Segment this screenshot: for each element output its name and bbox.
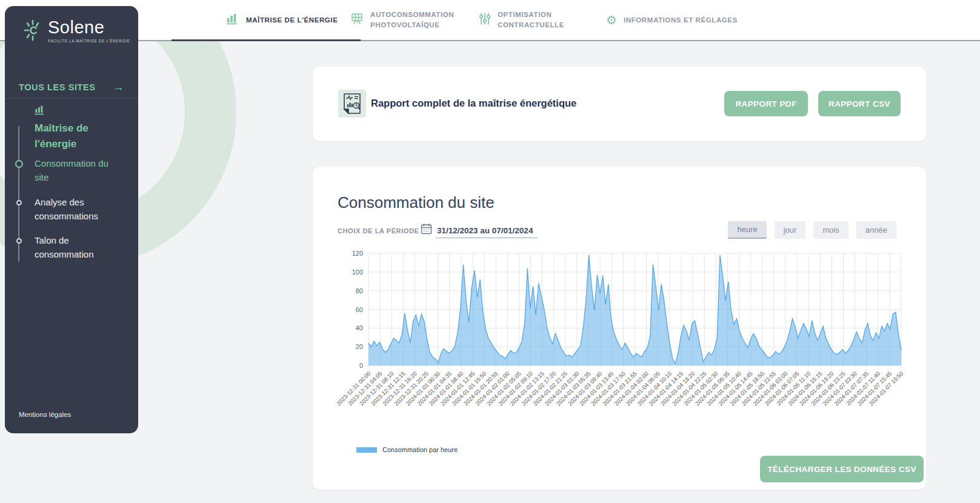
tab-autoconsommation-photovoltaique[interactable]: AUTOCONSOMMATION PHOTOVOLTAÏQUE (350, 0, 455, 40)
bar-chart-icon (35, 105, 46, 118)
brand-tagline: FACILITE LA MAÎTRISE DE L'ÉNERGIE (48, 39, 130, 43)
card-title: Consommation du site (338, 193, 495, 212)
legend-label: Consommation par heure (382, 446, 458, 453)
tab-label: INFORMATIONS ET RÉGLAGES (624, 15, 738, 25)
tab-label: OPTIMISATION CONTRACTUELLE (498, 10, 565, 30)
chart-legend[interactable]: Consommation par heure (356, 446, 458, 453)
sun-burst-icon (23, 18, 42, 45)
sidebar-section-maitrise-energie[interactable]: Maîtrise de l'énergie (35, 121, 125, 153)
consumption-area-chart: 0204060801001202023-12-31 00:002023-12-3… (337, 247, 919, 436)
granularity-heure-button[interactable]: heure (728, 221, 766, 239)
report-card: Rapport complet de la maîtrise énergétiq… (313, 67, 926, 141)
legend-swatch (356, 447, 377, 453)
svg-text:0: 0 (359, 362, 363, 369)
timeline-bullet-active (15, 160, 23, 168)
timeline-bullet (16, 238, 22, 244)
all-sites-link[interactable]: TOUS LES SITES → (19, 81, 124, 94)
granularity-annee-button[interactable]: année (856, 221, 896, 239)
report-title: Rapport complet de la maîtrise énergétiq… (371, 98, 576, 109)
download-csv-button[interactable]: TÉLÉCHARGER LES DONNÉES CSV (760, 456, 924, 482)
rapport-csv-button[interactable]: RAPPORT CSV (818, 91, 901, 116)
sliders-icon (479, 12, 491, 28)
svg-text:80: 80 (356, 287, 363, 295)
tab-label: MAÎTRISE DE L'ÉNERGIE (246, 15, 338, 25)
svg-text:120: 120 (352, 250, 363, 257)
all-sites-label: TOUS LES SITES (19, 82, 96, 92)
rapport-pdf-button[interactable]: RAPPORT PDF (724, 91, 808, 116)
sidebar: Solene FACILITE LA MAÎTRISE DE L'ÉNERGIE… (5, 6, 138, 433)
report-document-icon (338, 90, 366, 118)
chart-canvas: 0204060801001202023-12-31 00:002023-12-3… (337, 247, 919, 436)
svg-text:60: 60 (356, 306, 363, 313)
brand-name: Solene (48, 18, 130, 38)
tab-label: AUTOCONSOMMATION PHOTOVOLTAÏQUE (370, 10, 455, 30)
svg-text:20: 20 (356, 343, 363, 350)
solar-panel-icon (350, 13, 364, 28)
sidebar-divider (5, 98, 138, 99)
tab-informations-reglages[interactable]: ⚙ INFORMATIONS ET RÉGLAGES (606, 0, 738, 40)
sidebar-item-talon-consommation[interactable]: Talon de consommation (35, 234, 119, 261)
granularity-jour-button[interactable]: jour (775, 221, 806, 239)
app-window: MAÎTRISE DE L'ÉNERGIE AUTOCONSOMMATION P… (0, 0, 980, 503)
tab-optimisation-contractuelle[interactable]: OPTIMISATION CONTRACTUELLE (479, 0, 565, 40)
granularity-switcher: heure jour mois année (728, 221, 896, 239)
tab-maitrise-energie[interactable]: MAÎTRISE DE L'ÉNERGIE (226, 0, 338, 40)
period-label: CHOIX DE LA PÉRIODE (338, 227, 419, 235)
sidebar-item-analyse-consommations[interactable]: Analyse des consommations (35, 196, 119, 223)
calendar-icon[interactable] (421, 223, 432, 237)
bar-chart-icon (226, 13, 239, 27)
consumption-card: Consommation du site CHOIX DE LA PÉRIODE… (313, 167, 926, 490)
sidebar-item-consommation-site[interactable]: Consommation du site (35, 157, 119, 184)
timeline-bullet (16, 200, 22, 205)
arrow-right-icon: → (113, 81, 124, 94)
mentions-legales-link[interactable]: Mentions légales (19, 411, 71, 418)
granularity-mois-button[interactable]: mois (813, 221, 848, 239)
gear-icon: ⚙ (606, 14, 617, 26)
svg-text:100: 100 (352, 268, 363, 276)
svg-text:40: 40 (356, 324, 363, 331)
period-range-input[interactable]: 31/12/2023 au 07/01/2024 (436, 226, 538, 238)
brand-logo[interactable]: Solene FACILITE LA MAÎTRISE DE L'ÉNERGIE (23, 18, 130, 45)
